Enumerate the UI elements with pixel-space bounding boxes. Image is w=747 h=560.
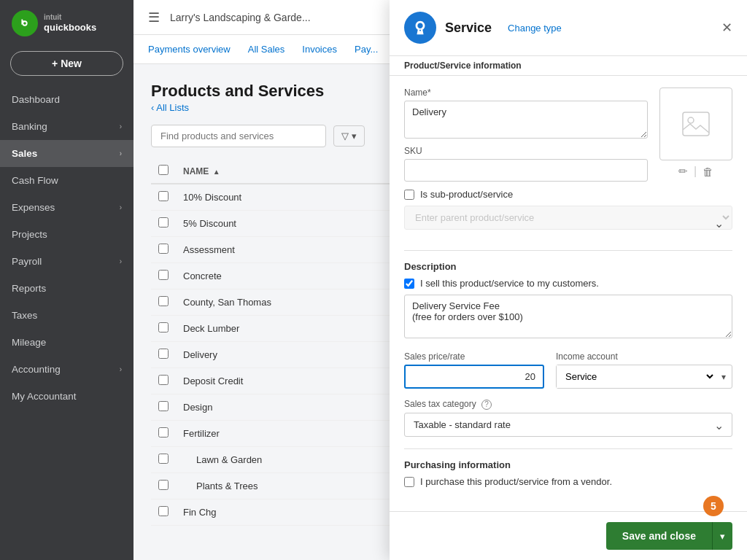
row-checkbox[interactable] xyxy=(158,375,169,385)
edit-image-button[interactable]: ✏ xyxy=(678,165,688,178)
panel-info-title: Product/Service information xyxy=(390,56,747,76)
subnav-all-sales[interactable]: All Sales xyxy=(248,42,285,56)
sidebar-item-accounting[interactable]: Accounting › xyxy=(0,356,133,383)
row-checkbox[interactable] xyxy=(158,349,169,359)
image-col: ✏ | 🗑 xyxy=(659,88,732,182)
row-checkbox[interactable] xyxy=(158,427,169,438)
subnav-payments-overview[interactable]: Payments overview xyxy=(148,42,231,56)
name-input[interactable]: Delivery xyxy=(404,101,648,139)
row-checkbox-cell xyxy=(151,211,176,237)
close-panel-button[interactable]: ✕ xyxy=(721,20,732,36)
row-checkbox[interactable] xyxy=(158,296,169,306)
row-checkbox-cell xyxy=(151,263,176,289)
sku-input[interactable] xyxy=(404,159,648,182)
row-checkbox[interactable] xyxy=(158,506,169,516)
panel-footer: 5 Save and close ▾ xyxy=(390,511,747,560)
sidebar-item-cashflow[interactable]: Cash Flow xyxy=(0,167,133,194)
sidebar-item-reports[interactable]: Reports xyxy=(0,275,133,302)
company-name: Larry's Landscaping & Garde... xyxy=(170,12,311,23)
sidebar: intuit quickbooks + New Dashboard Bankin… xyxy=(0,0,133,560)
sales-price-row: Sales price/rate 20 Income account Servi… xyxy=(404,351,732,389)
sidebar-item-banking[interactable]: Banking › xyxy=(0,113,133,140)
svg-point-0 xyxy=(18,17,31,30)
sidebar-item-projects[interactable]: Projects xyxy=(0,221,133,248)
income-account-label: Income account xyxy=(556,351,732,362)
sub-product-checkbox-row: Is sub-product/service xyxy=(404,189,732,200)
purchasing-checkbox-label[interactable]: I purchase this product/service from a v… xyxy=(420,476,612,487)
description-section-title: Description xyxy=(404,261,732,272)
tax-category-select[interactable]: Taxable - standard rate xyxy=(404,413,732,437)
description-textarea[interactable]: Delivery Service Fee (free for orders ov… xyxy=(404,295,732,338)
parent-select-wrapper: Enter parent product/service xyxy=(404,206,732,240)
row-checkbox[interactable] xyxy=(158,270,169,280)
row-checkbox-cell xyxy=(151,316,176,342)
row-checkbox-cell xyxy=(151,473,176,499)
row-checkbox-cell xyxy=(151,447,176,473)
sidebar-item-dashboard[interactable]: Dashboard xyxy=(0,86,133,113)
chevron-right-icon: › xyxy=(120,203,122,211)
image-actions: ✏ | 🗑 xyxy=(659,165,732,178)
purchasing-checkbox[interactable] xyxy=(404,477,414,487)
save-close-button-group: Save and close ▾ xyxy=(606,522,732,550)
panel-overlay: Service Change type ✕ Product/Service in… xyxy=(390,0,747,560)
income-account-select[interactable]: Service xyxy=(557,365,716,388)
row-checkbox-cell xyxy=(151,394,176,421)
sell-checkbox-label[interactable]: I sell this product/service to my custom… xyxy=(420,278,599,289)
sales-price-input[interactable]: 20 xyxy=(404,365,544,389)
panel-header: Service Change type ✕ xyxy=(390,0,747,56)
select-all-checkbox[interactable] xyxy=(158,165,169,175)
row-checkbox-cell xyxy=(151,499,176,526)
row-checkbox[interactable] xyxy=(158,244,169,254)
sidebar-item-expenses[interactable]: Expenses › xyxy=(0,194,133,221)
sidebar-item-my-accountant[interactable]: My Accountant xyxy=(0,383,133,410)
save-close-wrapper: 5 Save and close ▾ xyxy=(606,522,732,550)
name-label: Name* xyxy=(404,88,648,98)
sidebar-item-sales[interactable]: Sales › xyxy=(0,140,133,167)
row-checkbox[interactable] xyxy=(158,401,169,411)
service-icon-circle xyxy=(404,12,436,44)
filter-chevron-icon: ▾ xyxy=(352,131,357,141)
panel-title-row: Service Change type xyxy=(404,12,562,44)
filter-icon: ▽ xyxy=(341,131,349,141)
row-checkbox[interactable] xyxy=(158,322,169,332)
save-close-dropdown-button[interactable]: ▾ xyxy=(712,522,732,550)
subnav-pay[interactable]: Pay... xyxy=(355,42,378,56)
subnav-invoices[interactable]: Invoices xyxy=(302,42,337,56)
delete-image-button[interactable]: 🗑 xyxy=(703,166,713,178)
row-checkbox-cell xyxy=(151,289,176,316)
tax-category-select-wrapper: Taxable - standard rate xyxy=(404,413,732,437)
row-checkbox[interactable] xyxy=(158,454,169,464)
change-type-link[interactable]: Change type xyxy=(508,23,562,34)
row-checkbox[interactable] xyxy=(158,480,169,490)
sidebar-item-mileage[interactable]: Mileage xyxy=(0,329,133,356)
search-input[interactable] xyxy=(151,125,326,147)
row-checkbox[interactable] xyxy=(158,217,169,228)
sidebar-item-payroll[interactable]: Payroll › xyxy=(0,248,133,275)
chevron-right-icon: › xyxy=(120,365,122,373)
sub-product-label[interactable]: Is sub-product/service xyxy=(420,189,513,200)
sku-label: SKU xyxy=(404,146,648,156)
sell-checkbox[interactable] xyxy=(404,279,414,289)
income-account-select-wrapper: Service ▾ xyxy=(556,365,732,389)
row-checkbox[interactable] xyxy=(158,191,169,201)
hamburger-icon[interactable]: ☰ xyxy=(148,9,160,26)
sub-product-checkbox[interactable] xyxy=(404,190,414,200)
main-content: ☰ Larry's Landscaping & Garde... Payment… xyxy=(133,0,747,560)
parent-product-select[interactable]: Enter parent product/service xyxy=(404,206,732,230)
save-close-button[interactable]: Save and close xyxy=(606,522,712,550)
chevron-right-icon: › xyxy=(120,257,122,265)
filter-button[interactable]: ▽ ▾ xyxy=(333,125,365,147)
image-placeholder xyxy=(659,88,732,160)
select-arrow-icon: ▾ xyxy=(716,372,732,382)
quickbooks-logo xyxy=(12,10,38,36)
tax-info-icon[interactable]: ? xyxy=(481,400,492,410)
sales-price-label: Sales price/rate xyxy=(404,351,544,362)
svg-rect-1 xyxy=(683,112,709,136)
sidebar-item-taxes[interactable]: Taxes xyxy=(0,302,133,329)
svg-point-2 xyxy=(688,117,694,123)
row-checkbox-cell xyxy=(151,368,176,394)
tax-category-label: Sales tax category ? xyxy=(404,399,732,410)
sidebar-logo: intuit quickbooks xyxy=(0,0,133,44)
new-button[interactable]: + New xyxy=(10,51,123,76)
chevron-down-icon: ▾ xyxy=(720,531,725,542)
